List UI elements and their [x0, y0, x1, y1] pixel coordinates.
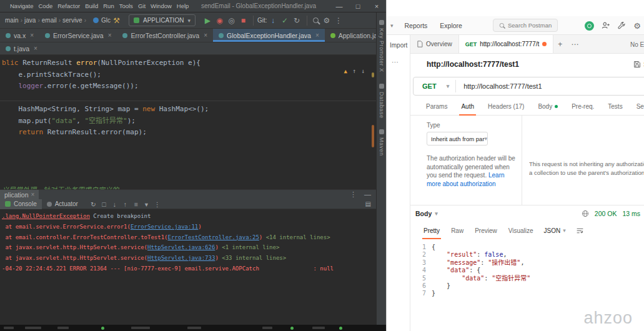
request-tab-body[interactable]: Body: [531, 97, 565, 115]
breadcrumb-class[interactable]: Glc: [93, 17, 111, 24]
scrollbar-error-mark[interactable]: [372, 125, 374, 147]
settings-gear-icon[interactable]: ⚙: [321, 12, 333, 29]
menu-item[interactable]: Refactor: [55, 0, 82, 12]
search-everywhere-icon[interactable]: [311, 16, 321, 25]
tab-overview[interactable]: Overview: [410, 35, 458, 53]
code-editor[interactable]: blic ReturnResult error(NullPointerExcep…: [0, 55, 376, 189]
breadcrumb-item[interactable]: java: [24, 17, 36, 24]
menu-item[interactable]: Git: [136, 0, 148, 12]
next-error-icon[interactable]: ↓: [361, 67, 365, 74]
method-selector[interactable]: GET ▾: [414, 82, 455, 90]
run-icon[interactable]: ▶: [202, 12, 214, 29]
editor-tab[interactable]: va.x×: [0, 29, 39, 42]
coverage-icon[interactable]: ◎: [225, 12, 237, 29]
menu-item[interactable]: Navigate: [7, 0, 36, 12]
nav-item-reports[interactable]: Reports: [399, 22, 434, 29]
editor-tab[interactable]: ErrorService.java×: [39, 29, 117, 42]
wrench-icon[interactable]: [618, 22, 626, 30]
view-tab-visualize[interactable]: Visualize: [503, 222, 539, 239]
close-tab-icon[interactable]: ×: [315, 32, 319, 39]
maximize-button[interactable]: □: [349, 0, 367, 12]
menu-item[interactable]: Code: [36, 0, 56, 12]
soft-wrap-icon[interactable]: ≡: [131, 200, 141, 208]
tool-stripe-item[interactable]: Maven: [379, 129, 385, 156]
more-icon[interactable]: ⋮: [152, 200, 162, 208]
response-body-dropdown[interactable]: Body ▾: [415, 210, 438, 217]
stop-icon[interactable]: ■: [237, 12, 249, 29]
stacktrace-link[interactable]: ErrorService.java:11: [131, 224, 198, 230]
stacktrace-link[interactable]: ErrorTestController.java:25: [168, 234, 259, 240]
minimize-button[interactable]: —: [330, 0, 349, 12]
auth-type-select[interactable]: Inherit auth from par ▾: [427, 132, 488, 146]
view-tab-raw[interactable]: Raw: [445, 222, 469, 239]
menu-item[interactable]: Build: [82, 0, 101, 12]
close-tab-icon[interactable]: ×: [108, 32, 112, 39]
console-output[interactable]: .lang.NullPointerException Create breakp…: [0, 209, 376, 325]
editor-tab[interactable]: GlobalExceptionHandler.java×: [213, 29, 325, 42]
view-tab-pretty[interactable]: Pretty: [418, 222, 445, 239]
scroll-end-icon[interactable]: ▾: [141, 200, 152, 208]
warning-icon[interactable]: ▲: [344, 68, 347, 74]
tab-actuator[interactable]: Actuator: [42, 199, 83, 209]
close-icon[interactable]: ×: [31, 191, 35, 198]
run-config-selector[interactable]: APPLICATION ▾: [129, 14, 196, 26]
invite-user-icon[interactable]: [602, 21, 610, 30]
nav-item-explore[interactable]: Explore: [433, 22, 468, 29]
import-button[interactable]: Import: [390, 42, 407, 49]
save-button[interactable]: Save: [633, 61, 644, 68]
stacktrace-link[interactable]: HttpServlet.java:626: [147, 244, 215, 250]
url-input[interactable]: http://localhost:7777/test1: [456, 82, 542, 90]
tab-console[interactable]: Console: [0, 199, 42, 209]
rerun-icon[interactable]: ↻: [88, 200, 99, 208]
menu-item[interactable]: Run: [101, 0, 116, 12]
git-revert-icon[interactable]: ↻: [291, 12, 303, 29]
tab-request[interactable]: GET http://localhost:7777/t: [458, 35, 554, 53]
breadcrumb-item[interactable]: email: [42, 17, 57, 24]
close-tab-icon[interactable]: ×: [204, 32, 207, 39]
build-hammer-icon[interactable]: ⚒: [111, 12, 122, 29]
close-tab-icon[interactable]: ×: [30, 32, 34, 39]
breadcrumb-item[interactable]: main: [5, 17, 19, 24]
wrap-lines-icon[interactable]: [576, 227, 584, 235]
globe-icon[interactable]: [582, 210, 589, 217]
debug-icon[interactable]: ◉: [214, 12, 225, 29]
options-icon[interactable]: ⋮: [350, 190, 357, 199]
request-tab-settings[interactable]: Settings: [630, 97, 644, 115]
request-tab-headers-17-[interactable]: Headers (17): [481, 97, 531, 115]
clear-icon[interactable]: □: [99, 200, 109, 208]
step-up-icon[interactable]: ↑: [120, 200, 131, 208]
view-tab-preview[interactable]: Preview: [469, 222, 503, 239]
git-update-icon[interactable]: ↓: [267, 12, 279, 29]
tool-stripe-item[interactable]: Key Promoter X: [379, 20, 385, 72]
close-button[interactable]: ×: [367, 0, 386, 12]
environment-selector[interactable]: No Environment: [630, 35, 644, 54]
hide-icon[interactable]: —: [364, 190, 371, 199]
tool-stripe-item[interactable]: Database: [379, 84, 385, 119]
request-tab-params[interactable]: Params: [419, 97, 454, 115]
stacktrace-link[interactable]: HttpServlet.java:733: [147, 255, 215, 261]
tab-options-icon[interactable]: ⋯: [567, 40, 583, 49]
format-dropdown[interactable]: JSON ▾: [544, 227, 566, 234]
menu-item[interactable]: Window: [148, 0, 174, 12]
menu-item[interactable]: Tools: [117, 0, 136, 12]
settings-gear-icon[interactable]: ⚙: [633, 21, 641, 31]
toolwindow-tab-application[interactable]: plication ×: [0, 190, 39, 200]
prev-error-icon[interactable]: ↑: [352, 67, 356, 74]
request-tab-tests[interactable]: Tests: [601, 97, 629, 115]
chevron-down-icon[interactable]: ▾: [390, 22, 394, 29]
new-tab-button[interactable]: +: [553, 40, 567, 49]
menu-item[interactable]: Help: [174, 0, 192, 12]
editor-tab[interactable]: t.java×: [0, 42, 43, 54]
breadcrumb-item[interactable]: servive: [62, 17, 82, 24]
capture-icon[interactable]: [585, 21, 594, 31]
more-options-icon[interactable]: ⋮: [333, 12, 345, 29]
git-commit-icon[interactable]: ✓: [279, 12, 291, 29]
request-tab-auth[interactable]: Auth: [454, 97, 481, 115]
search-input[interactable]: Search Postman: [493, 19, 558, 32]
layout-icon[interactable]: ▤: [365, 200, 371, 207]
sidebar-more-icon[interactable]: ⋯: [392, 58, 399, 66]
request-tab-pre-req-[interactable]: Pre-req.: [565, 97, 601, 115]
editor-tab[interactable]: ErrorTestController.java×: [117, 29, 213, 42]
close-tab-icon[interactable]: ×: [34, 45, 37, 52]
step-down-icon[interactable]: ↓: [109, 200, 120, 208]
